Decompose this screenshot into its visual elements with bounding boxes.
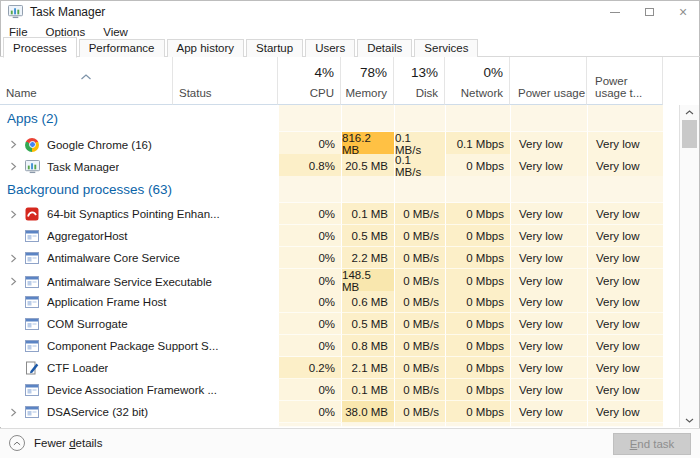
- tab-strip: ProcessesPerformanceApp historyStartupUs…: [0, 39, 700, 57]
- chevron-up-circle-icon: [9, 435, 25, 451]
- tab-users[interactable]: Users: [305, 39, 355, 57]
- process-row[interactable]: Antimalware Service Executable0%148.5 MB…: [0, 269, 663, 291]
- section-header-row[interactable]: Apps (2): [0, 105, 663, 132]
- memory-cell: 0.8 MB: [341, 335, 394, 357]
- cpu-cell: [278, 105, 341, 132]
- process-name: Google Chrome (16): [47, 139, 152, 151]
- fewer-details-toggle[interactable]: Fewer details: [9, 435, 102, 451]
- generic-app-icon: [24, 228, 40, 244]
- window-title: Task Manager: [30, 5, 105, 19]
- section-label: Apps (2): [0, 111, 58, 126]
- task-manager-window: Task Manager × FileOptionsView Processes…: [0, 0, 700, 458]
- menu-item-options[interactable]: Options: [37, 26, 95, 38]
- generic-app-icon: [24, 294, 40, 310]
- cpu-cell: 0%: [278, 291, 341, 313]
- process-row[interactable]: Device Association Framework ...0%0.1 MB…: [0, 379, 663, 401]
- process-row[interactable]: Application Frame Host0%0.6 MB0 MB/s0 Mb…: [0, 291, 663, 313]
- process-row[interactable]: 64-bit Synaptics Pointing Enhan...0%0.1 …: [0, 203, 663, 225]
- column-header-network[interactable]: 0% Network: [445, 57, 510, 105]
- expand-chevron-icon[interactable]: [6, 210, 20, 219]
- process-row[interactable]: CTF Loader0.2%2.1 MB0 MB/s0 MbpsVery low…: [0, 357, 663, 379]
- tabs: ProcessesPerformanceApp historyStartupUs…: [3, 37, 480, 57]
- tab-performance[interactable]: Performance: [79, 39, 165, 57]
- expand-chevron-icon[interactable]: [6, 162, 20, 171]
- cpu-cell: 0%: [278, 335, 341, 357]
- scroll-down-button[interactable]: [680, 413, 699, 427]
- disk-cell: [394, 105, 445, 132]
- minimize-icon[interactable]: [598, 0, 632, 24]
- cpu-cell: 0%: [278, 225, 341, 247]
- column-header-status[interactable]: Status: [173, 57, 278, 105]
- generic-app-icon: [24, 316, 40, 332]
- power-usage-cell: Very low: [510, 335, 587, 357]
- expand-chevron-icon[interactable]: [6, 140, 20, 149]
- power-usage-trend-cell: [587, 105, 663, 132]
- tab-app-history[interactable]: App history: [167, 39, 245, 57]
- task-manager-icon: [8, 5, 23, 19]
- memory-total: 78%: [360, 65, 387, 80]
- expand-chevron-icon[interactable]: [6, 408, 20, 417]
- disk-cell: [394, 176, 445, 203]
- column-header-power-usage-trend[interactable]: Power usage t...: [587, 57, 663, 105]
- power-usage-cell: Very low: [510, 357, 587, 379]
- network-cell: [445, 105, 510, 132]
- process-row[interactable]: Component Package Support S...0%0.8 MB0 …: [0, 335, 663, 357]
- column-header-power-usage[interactable]: Power usage: [510, 57, 587, 105]
- process-row[interactable]: Antimalware Core Service0%2.2 MB0 MB/s0 …: [0, 247, 663, 269]
- column-header-disk[interactable]: 13% Disk: [394, 57, 445, 105]
- expand-chevron-icon[interactable]: [6, 277, 20, 286]
- process-row[interactable]: COM Surrogate0%0.5 MB0 MB/s0 MbpsVery lo…: [0, 313, 663, 335]
- power-usage-cell: [510, 176, 587, 203]
- tab-details[interactable]: Details: [357, 39, 412, 57]
- end-task-button[interactable]: End task: [613, 433, 691, 455]
- process-name: Application Frame Host: [47, 296, 167, 308]
- cpu-cell: 0.2%: [278, 357, 341, 379]
- process-row[interactable]: Google Chrome (16)0%816.2 MB0.1 MB/s0.1 …: [0, 132, 663, 154]
- fewer-details-label: Fewer details: [34, 437, 102, 449]
- expand-chevron-icon[interactable]: [6, 254, 20, 263]
- network-cell: 0 Mbps: [445, 225, 510, 247]
- memory-cell: [341, 176, 394, 203]
- maximize-icon[interactable]: [632, 0, 666, 24]
- menu-item-view[interactable]: View: [94, 26, 137, 38]
- power-usage-cell: Very low: [510, 313, 587, 335]
- column-header: Name Status 4% CPU 78% Memory 13% Disk 0…: [0, 57, 663, 105]
- power-usage-cell: Very low: [510, 247, 587, 269]
- tab-startup[interactable]: Startup: [246, 39, 303, 57]
- generic-app-icon: [24, 382, 40, 398]
- cpu-cell: 0%: [278, 247, 341, 269]
- column-header-cpu[interactable]: 4% CPU: [278, 57, 341, 105]
- power-usage-trend-cell: Very low: [587, 379, 663, 401]
- power-usage-trend-cell: Very low: [587, 401, 663, 423]
- process-row[interactable]: Task Manager0.8%20.5 MB0.1 MB/s0 MbpsVer…: [0, 154, 663, 176]
- section-header-row[interactable]: Background processes (63): [0, 176, 663, 203]
- scroll-up-button[interactable]: [680, 105, 699, 119]
- disk-cell: 0 MB/s: [394, 225, 445, 247]
- memory-cell: 2.1 MB: [341, 357, 394, 379]
- section-label: Background processes (63): [0, 182, 172, 197]
- scrollbar-thumb[interactable]: [682, 120, 697, 148]
- tab-services[interactable]: Services: [414, 39, 478, 57]
- column-label: Name: [6, 87, 37, 99]
- process-name: 64-bit Synaptics Pointing Enhan...: [47, 208, 220, 220]
- cpu-total: 4%: [314, 65, 334, 80]
- power-usage-trend-cell: Very low: [587, 291, 663, 313]
- process-name: Device Association Framework ...: [47, 384, 217, 396]
- heat-filler-cell: [587, 423, 663, 427]
- column-header-name[interactable]: Name: [0, 57, 173, 105]
- column-header-memory[interactable]: 78% Memory: [341, 57, 394, 105]
- vertical-scrollbar[interactable]: [679, 105, 699, 427]
- tab-processes[interactable]: Processes: [3, 37, 77, 58]
- title-bar: Task Manager ×: [0, 0, 700, 24]
- process-name: Antimalware Service Executable: [47, 276, 212, 288]
- menu-item-file[interactable]: File: [0, 26, 37, 38]
- memory-cell: 38.0 MB: [341, 401, 394, 423]
- process-name: CTF Loader: [47, 362, 108, 374]
- process-row[interactable]: AggregatorHost0%0.5 MB0 MB/s0 MbpsVery l…: [0, 225, 663, 247]
- column-label: CPU: [310, 87, 334, 99]
- close-icon[interactable]: ×: [666, 0, 700, 24]
- cpu-cell: 0%: [278, 313, 341, 335]
- process-row[interactable]: DSAService (32 bit)0%38.0 MB0 MB/s0 Mbps…: [0, 401, 663, 423]
- memory-cell: 0.6 MB: [341, 291, 394, 313]
- column-label: Power usage t...: [595, 75, 662, 99]
